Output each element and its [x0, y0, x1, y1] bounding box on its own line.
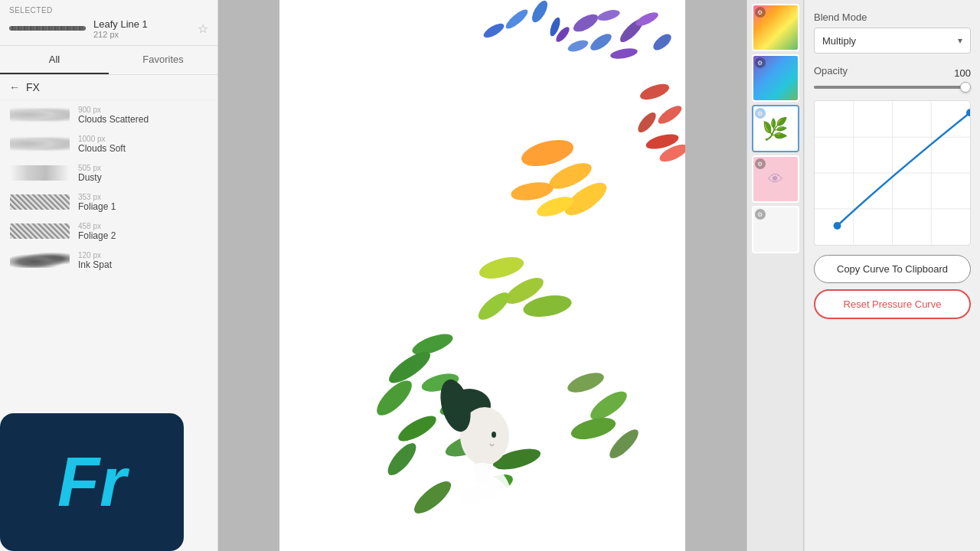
- selected-brush-name: Leafy Line 1: [93, 18, 190, 30]
- adobe-fr-logo: Fr: [0, 413, 184, 551]
- layer-settings-icon: ⚙: [755, 57, 766, 68]
- copy-curve-button[interactable]: Copy Curve To Clipboard: [814, 255, 971, 283]
- selected-brush-section: SELECTED Leafy Line 1 212 px ☆: [0, 0, 217, 46]
- layer-item[interactable]: ⚙ 🌿: [752, 105, 799, 152]
- fx-label: FX: [26, 81, 40, 93]
- favorite-star-icon[interactable]: ☆: [198, 21, 208, 36]
- brush-name: Dusty: [78, 172, 102, 183]
- brush-info: 1000 px Clouds Soft: [78, 135, 126, 154]
- selected-brush-item: Leafy Line 1 212 px ☆: [9, 18, 208, 39]
- selected-stroke-preview: [9, 26, 86, 31]
- layer-item[interactable]: ⚙ 👁: [752, 155, 799, 203]
- brush-size: 1000 px: [78, 135, 126, 143]
- list-item[interactable]: 353 px Foliage 1: [0, 187, 217, 217]
- brush-info: 900 px Clouds Scattered: [78, 106, 149, 125]
- left-panel: SELECTED Leafy Line 1 212 px ☆ All Favor…: [0, 0, 218, 551]
- brush-thumbnail: [9, 161, 70, 184]
- svg-point-57: [834, 222, 841, 230]
- selected-brush-size: 212 px: [93, 30, 190, 39]
- stroke-preview: [10, 223, 70, 239]
- dropdown-arrow-icon: ▾: [958, 35, 962, 46]
- artwork: [279, 0, 685, 551]
- brush-name: Foliage 1: [78, 201, 116, 212]
- stroke-preview: [10, 194, 70, 210]
- blend-mode-dropdown[interactable]: Multiply ▾: [814, 28, 971, 54]
- stroke-preview: [10, 107, 70, 122]
- tree-icon: 🌿: [762, 116, 789, 142]
- tab-all[interactable]: All: [0, 46, 109, 74]
- list-item[interactable]: 458 px Foliage 2: [0, 217, 217, 246]
- layer-settings-icon: ⚙: [755, 108, 766, 119]
- brush-size: 458 px: [78, 222, 116, 230]
- stroke-preview: [10, 253, 70, 268]
- list-item[interactable]: 900 px Clouds Scattered: [0, 100, 217, 129]
- list-item[interactable]: 120 px Ink Spat: [0, 246, 217, 275]
- tabs-row: All Favorites: [0, 46, 217, 75]
- blend-mode-value: Multiply: [822, 35, 856, 47]
- brush-info: 353 px Foliage 1: [78, 193, 116, 212]
- brush-info: 120 px Ink Spat: [78, 251, 112, 270]
- layer-item[interactable]: ⚙: [752, 4, 799, 51]
- eye-icon: 👁: [768, 171, 783, 188]
- blend-mode-label: Blend Mode: [814, 11, 971, 23]
- blend-mode-section: Blend Mode Multiply ▾: [814, 11, 971, 54]
- pressure-curve-svg: [815, 101, 970, 245]
- svg-rect-50: [279, 0, 685, 551]
- brush-size: 353 px: [78, 193, 116, 201]
- list-item[interactable]: 1000 px Clouds Soft: [0, 129, 217, 158]
- brush-info: 505 px Dusty: [78, 164, 102, 183]
- brush-name: Foliage 2: [78, 230, 116, 241]
- opacity-value: 100: [954, 67, 971, 79]
- brush-thumbnail: [9, 103, 70, 126]
- layer-item[interactable]: ⚙: [752, 54, 799, 102]
- opacity-slider-thumb[interactable]: [960, 82, 971, 93]
- layer-settings-icon: ⚙: [755, 7, 766, 18]
- canvas-area[interactable]: [218, 0, 746, 551]
- pressure-curve-section: Copy Curve To Clipboard Reset Pressure C…: [814, 100, 971, 540]
- pressure-curve-container[interactable]: [814, 100, 971, 246]
- brush-thumbnail: [9, 220, 70, 243]
- brush-size: 900 px: [78, 106, 149, 114]
- brush-info: 458 px Foliage 2: [78, 222, 116, 241]
- fx-header: ← FX: [0, 75, 217, 100]
- opacity-section: Opacity 100: [814, 65, 971, 89]
- canvas-content: [218, 0, 746, 551]
- opacity-header: Opacity 100: [814, 65, 971, 81]
- brush-thumbnail: [9, 249, 70, 272]
- brush-name: Clouds Scattered: [78, 114, 149, 125]
- layers-panel: ⚙ ⚙ ⚙ 🌿 ⚙ 👁 ⚙: [746, 0, 804, 551]
- artwork-svg: [279, 0, 685, 551]
- opacity-slider-track[interactable]: [814, 86, 971, 89]
- right-panel: Blend Mode Multiply ▾ Opacity 100: [804, 0, 980, 551]
- brush-thumbnail: [9, 132, 70, 155]
- stroke-preview: [10, 136, 70, 152]
- opacity-slider-fill: [814, 86, 971, 89]
- selected-brush-preview: [9, 18, 86, 39]
- tab-favorites[interactable]: Favorites: [109, 46, 217, 74]
- list-item[interactable]: 505 px Dusty: [0, 158, 217, 187]
- stroke-preview: [10, 165, 70, 181]
- reset-curve-button[interactable]: Reset Pressure Curve: [814, 289, 971, 319]
- brush-name: Clouds Soft: [78, 143, 126, 154]
- brush-name: Ink Spat: [78, 259, 112, 270]
- back-arrow-icon[interactable]: ←: [9, 81, 20, 93]
- opacity-label: Opacity: [814, 65, 848, 77]
- layer-settings-icon: ⚙: [755, 209, 766, 220]
- layer-settings-icon: ⚙: [755, 158, 766, 169]
- layer-item[interactable]: ⚙: [752, 206, 799, 253]
- fr-text: Fr: [57, 443, 126, 522]
- brush-size: 505 px: [78, 164, 102, 172]
- selected-label: SELECTED: [9, 6, 208, 15]
- brush-thumbnail: [9, 191, 70, 214]
- brush-size: 120 px: [78, 251, 112, 259]
